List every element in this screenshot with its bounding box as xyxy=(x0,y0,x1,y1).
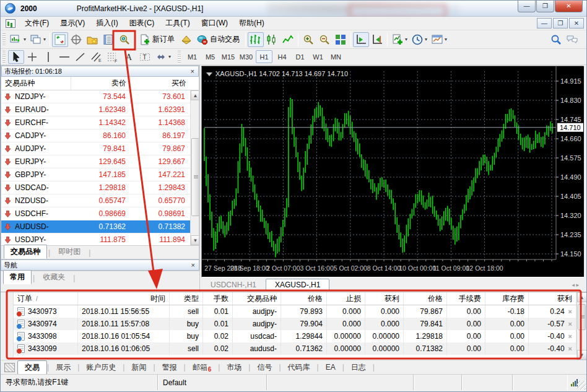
market-watch-row[interactable]: USDCHF-0.986690.98691 xyxy=(1,207,190,220)
market-watch-row[interactable]: EURAUD-1.623481.62391 xyxy=(1,103,190,116)
indicators-button[interactable]: ▾ xyxy=(389,32,409,47)
period-m15-button[interactable]: M15 xyxy=(220,50,237,63)
column-symbol[interactable]: 交易品种 xyxy=(1,77,71,90)
text-button[interactable]: A xyxy=(121,50,137,64)
auto-scroll-button[interactable] xyxy=(353,32,369,47)
child-window-icon[interactable] xyxy=(6,19,15,28)
close-icon[interactable]: × xyxy=(189,67,196,76)
zoom-out-button[interactable] xyxy=(316,32,333,47)
close-icon[interactable]: × xyxy=(190,261,196,269)
scroll-up-icon[interactable]: ▲ xyxy=(577,292,587,302)
terminal-tab-信号[interactable]: 信号 xyxy=(250,361,279,374)
close-order-icon[interactable]: × xyxy=(568,320,572,328)
chevron-down-icon[interactable]: ▾ xyxy=(43,37,46,42)
fibonacci-button[interactable]: F xyxy=(105,50,121,64)
navigator-button[interactable] xyxy=(84,32,100,47)
status-profile[interactable]: Default xyxy=(158,375,267,390)
market-watch-header[interactable]: 市场报价: 01:06:18 × xyxy=(1,66,199,77)
chart-area[interactable]: 14.91514.83014.74514.66014.57514.49014.4… xyxy=(201,66,584,277)
hline-button[interactable] xyxy=(56,50,72,64)
terminal-dock-icon[interactable] xyxy=(4,363,15,372)
child-minimize-button[interactable]: — xyxy=(537,18,552,28)
scroll-thumb[interactable] xyxy=(578,304,586,330)
periods-button[interactable]: ▾ xyxy=(409,32,429,47)
market-watch-row[interactable]: AUDJPY-79.84179.867 xyxy=(1,142,190,155)
market-watch-row[interactable]: NZDUSD-0.657470.65770 xyxy=(1,194,190,207)
orders-column-header[interactable]: 手数 xyxy=(203,292,233,305)
order-row[interactable]: 34309742018.10.11 15:57:08buy0.01audjpy-… xyxy=(14,318,576,330)
menu-item[interactable]: 帮助(H) xyxy=(233,16,270,30)
child-restore-button[interactable]: ❐ xyxy=(553,18,568,28)
close-order-icon[interactable]: × xyxy=(568,308,572,315)
terminal-tab-新闻[interactable]: 新闻 xyxy=(124,361,153,374)
period-w1-button[interactable]: W1 xyxy=(310,50,326,63)
period-m30-button[interactable]: M30 xyxy=(238,50,254,63)
market-watch-row[interactable]: USDCAD-1.298181.29843 xyxy=(1,181,190,194)
orders-column-header[interactable]: 获利 xyxy=(365,292,404,305)
orders-column-header[interactable]: 手续费 xyxy=(447,292,485,305)
search-button[interactable] xyxy=(548,32,564,47)
terminal-tab-EA[interactable]: EA xyxy=(319,362,342,373)
menu-item[interactable]: 图表(C) xyxy=(124,16,160,30)
column-bid[interactable]: 卖价 xyxy=(71,77,131,90)
chart-tab[interactable]: XAGUSD-,H1 xyxy=(266,279,329,291)
close-order-icon[interactable]: × xyxy=(568,333,572,340)
orders-column-header[interactable]: 类型 xyxy=(170,292,203,305)
period-h1-button[interactable]: H1 xyxy=(256,50,272,63)
order-row[interactable]: 34330982018.10.16 01:05:54buy0.02usdcad-… xyxy=(14,330,576,342)
market-watch-tab[interactable]: 交易品种 xyxy=(4,245,47,259)
terminal-button[interactable] xyxy=(100,32,116,47)
new-order-button[interactable]: 新订单 xyxy=(137,32,178,47)
chart-tab-scroll-icons[interactable]: ◂ ▸ xyxy=(567,282,584,288)
orders-column-header[interactable]: 价格 xyxy=(404,292,447,305)
terminal-tab-代码库[interactable]: 代码库 xyxy=(281,361,317,374)
market-watch-row[interactable]: CADJPY-86.16086.197 xyxy=(1,129,190,142)
navigator-tab[interactable]: 收藏夹 xyxy=(36,270,72,284)
period-h4-button[interactable]: H4 xyxy=(274,50,290,63)
terminal-tab-警报[interactable]: 警报 xyxy=(155,361,184,374)
menu-item[interactable]: 文件(F) xyxy=(19,16,54,30)
period-m5-button[interactable]: M5 xyxy=(202,50,219,63)
templates-button[interactable]: ▾ xyxy=(429,32,449,47)
price-chart[interactable]: 14.91514.83014.74514.66014.57514.49014.4… xyxy=(202,66,584,277)
shapes-button[interactable]: ▾ xyxy=(153,50,173,64)
market-watch-row[interactable]: NZDJPY-73.54473.601 xyxy=(1,90,190,103)
scroll-down-icon[interactable]: ▼ xyxy=(191,235,199,245)
market-watch-row[interactable]: EURJPY-129.645129.667 xyxy=(1,155,190,168)
scroll-down-icon[interactable]: ▼ xyxy=(577,350,587,360)
terminal-tab-日志[interactable]: 日志 xyxy=(344,361,373,374)
channel-button[interactable]: E xyxy=(89,50,105,64)
chart-bars-button[interactable] xyxy=(248,32,264,47)
orders-column-header[interactable]: 止损 xyxy=(327,292,365,305)
chart-tab[interactable]: USDCNH-,H1 xyxy=(201,279,266,291)
orders-column-header[interactable]: 获利 xyxy=(529,292,576,305)
close-order-icon[interactable]: × xyxy=(568,345,572,352)
chevron-down-icon[interactable]: ▾ xyxy=(405,37,407,42)
chart-candles-button[interactable] xyxy=(264,32,280,47)
order-row[interactable]: 34330992018.10.16 01:06:05sell0.02audusd… xyxy=(14,342,576,355)
profiles-button[interactable]: ▾ xyxy=(28,32,48,47)
scroll-thumb[interactable] xyxy=(191,138,199,216)
toolbar-gripper[interactable] xyxy=(178,51,181,63)
minimize-button[interactable]: — xyxy=(518,1,536,12)
data-window-button[interactable] xyxy=(68,32,84,47)
trendline-button[interactable] xyxy=(72,50,89,64)
chevron-down-icon[interactable]: ▾ xyxy=(425,37,427,42)
chevron-down-icon[interactable]: ▾ xyxy=(168,54,171,59)
tile-windows-button[interactable] xyxy=(333,32,349,47)
chart-shift-button[interactable] xyxy=(369,32,385,47)
period-d1-button[interactable]: D1 xyxy=(292,50,308,63)
period-m1-button[interactable]: M1 xyxy=(184,50,201,63)
orders-column-header[interactable]: 库存费 xyxy=(485,292,529,305)
order-row[interactable]: 34309732018.10.11 15:56:55sell0.01audjpy… xyxy=(14,305,576,318)
zoom-in-button[interactable] xyxy=(300,32,316,47)
navigator-header[interactable]: 导航 × xyxy=(1,259,199,271)
terminal-scrollbar[interactable]: ▲ ▼ xyxy=(576,292,586,360)
chevron-down-icon[interactable]: ▾ xyxy=(445,37,447,42)
toolbar-gripper[interactable] xyxy=(2,51,6,63)
terminal-tab-邮箱[interactable]: 邮箱6 xyxy=(186,361,219,374)
metaeditor-button[interactable] xyxy=(178,32,194,47)
terminal-tab-账户历史[interactable]: 账户历史 xyxy=(79,361,123,374)
terminal-tab-市场[interactable]: 市场 xyxy=(220,361,248,374)
label-button[interactable]: T xyxy=(137,50,153,64)
